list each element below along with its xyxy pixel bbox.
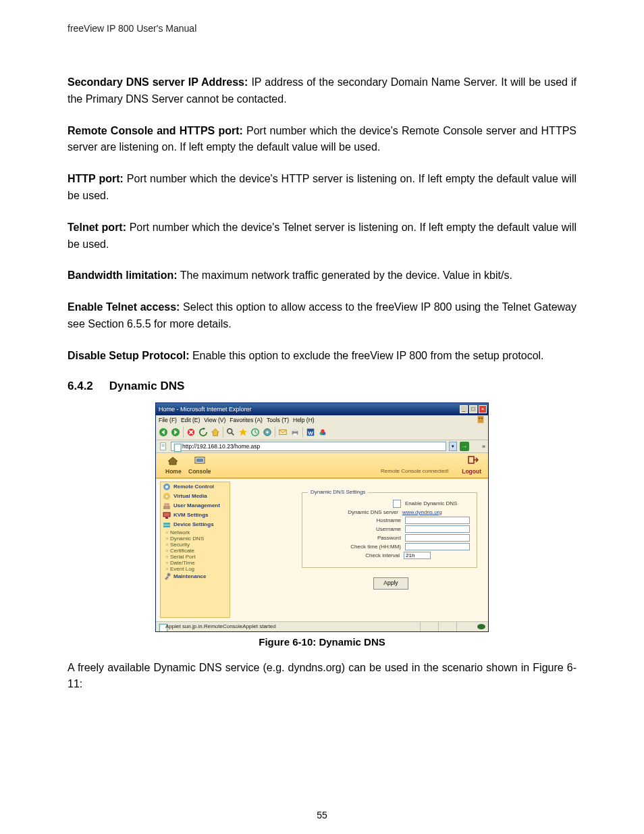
header-console-label[interactable]: Console [188,468,211,475]
sidebar-item-label: User Management [173,502,220,509]
svg-rect-36 [163,523,170,525]
home-header-icon[interactable] [167,456,179,465]
checkinterval-label: Check interval [327,552,400,558]
menu-tools[interactable]: Tools (T) [267,417,289,423]
address-dropdown[interactable]: ▾ [449,442,457,451]
kvm-settings-icon [163,511,171,519]
content-area: Dynamic DNS Settings Enable Dynamic DNS … [234,481,484,618]
window-title: Home - Microsoft Internet Explorer [159,406,252,413]
password-input[interactable] [405,534,470,542]
sidebar-item-remote-control[interactable]: Remote Control [161,482,230,492]
enable-ddns-label: Enable Dynamic DNS [405,500,470,506]
sidebar-sub-network[interactable]: ▫Network [161,529,230,536]
ddns-server-link[interactable]: www.dyndns.org [402,509,470,515]
refresh-icon[interactable] [198,427,208,437]
console-header-icon[interactable] [194,456,206,465]
def-rcport: Remote Console and HTTPS port: Port numb… [68,123,576,157]
mail-icon[interactable] [278,427,288,437]
applet-icon [159,623,165,630]
checktime-input[interactable] [405,543,470,550]
svg-point-10 [266,431,269,434]
svg-point-30 [166,495,168,497]
def-disablesetup: Disable Setup Protocol: Enable this opti… [68,348,576,365]
sidebar-sub-label: Security [170,542,190,548]
menu-edit[interactable]: Edit (E) [181,417,200,423]
figure-screenshot: Home - Microsoft Internet Explorer _ □ ×… [155,402,489,632]
menu-favorites[interactable]: Favorites (A) [230,417,263,423]
page-small-icon [173,443,180,450]
favorites-icon[interactable] [238,427,248,437]
go-button[interactable]: → [460,442,469,451]
sidebar-item-user-management[interactable]: User Management [161,501,230,511]
def-label: Remote Console and HTTPS port: [68,125,243,136]
dynamic-dns-fieldset: Dynamic DNS Settings Enable Dynamic DNS … [302,492,477,568]
address-text: http://192.168.10.23/home.asp [182,442,260,450]
sidebar-item-virtual-media[interactable]: Virtual Media [161,492,230,501]
menu-view[interactable]: View (V) [204,417,225,423]
media-icon[interactable] [263,427,272,437]
svg-point-6 [227,428,232,433]
menu-file[interactable]: File (F) [159,417,177,423]
sidebar-sub-security[interactable]: ▫Security [161,542,230,548]
maintenance-icon [163,573,171,581]
apply-button[interactable]: Apply [373,577,408,590]
window-close-button[interactable]: × [479,405,487,413]
header-home-label[interactable]: Home [165,468,182,475]
forward-icon[interactable] [171,427,180,437]
def-label: Secondary DNS server IP Address: [68,76,248,88]
address-bar: http://192.168.10.23/home.asp ▾ → » [156,440,488,453]
checkinterval-input[interactable] [404,552,431,559]
svg-point-28 [165,486,168,488]
sidebar-sub-dynamic-dns[interactable]: ▫Dynamic DNS [161,536,230,542]
menu-help[interactable]: Help (H) [293,417,315,423]
section-title: Dynamic DNS [109,380,184,392]
statusbar-text: Applet sun.jp.in.RemoteConsoleApplet sta… [165,623,276,629]
home-icon[interactable] [211,427,220,437]
fieldset-legend: Dynamic DNS Settings [308,489,368,495]
sidebar-item-maintenance[interactable]: Maintenance [161,572,230,581]
hostname-input[interactable] [405,517,470,524]
logout-icon[interactable] [468,456,479,465]
def-text: The maximum network traffic generated by… [178,269,512,281]
search-icon[interactable] [226,427,236,437]
msn-icon[interactable] [318,427,327,437]
enable-ddns-checkbox[interactable] [393,500,401,508]
svg-point-31 [164,503,167,506]
header-logout-label[interactable]: Logout [462,468,481,475]
svg-rect-21 [161,444,164,445]
address-input[interactable]: http://192.168.10.23/home.asp [171,442,446,451]
back-icon[interactable] [159,427,168,437]
def-label: Bandwidth limitation: [68,269,178,281]
sidebar-sub-event-log[interactable]: ▫Event Log [161,566,230,572]
def-text: Enable this option to exclude the freeVi… [189,350,543,361]
sidebar-item-device-settings[interactable]: Device Settings [161,520,230,529]
sidebar-sub-label: Network [170,529,190,536]
checktime-label: Check time (HH:MM) [328,544,401,550]
window-minimize-button[interactable]: _ [460,405,468,413]
sidebar-item-label: Remote Control [173,484,214,490]
svg-line-7 [232,432,234,435]
virtual-media-icon [163,492,171,500]
def-text: Port number which the device's HTTP serv… [68,173,576,201]
internet-zone-icon [477,624,485,629]
history-icon[interactable] [250,427,260,437]
hostname-label: Hostname [328,517,401,523]
menu-bar: File (F) Edit (E) View (V) Favorites (A)… [156,415,488,425]
sidebar-sub-serial-port[interactable]: ▫Serial Port [161,554,230,560]
word-icon[interactable]: W [306,427,315,437]
svg-rect-14 [293,433,296,435]
header-status-text: Remote Console connected! [381,468,449,474]
svg-rect-37 [163,525,170,527]
stop-icon[interactable] [186,427,196,437]
def-telnetacc: Enable Telnet access: Select this option… [68,299,576,333]
print-icon[interactable] [290,427,300,437]
svg-point-32 [167,503,169,506]
sidebar-sub-date-time[interactable]: ▫Date/Time [161,560,230,566]
svg-point-19 [321,429,324,432]
window-maximize-button[interactable]: □ [469,405,477,413]
sidebar-sub-label: Certificate [170,548,194,554]
def-telnetport: Telnet port: Port number which the devic… [68,219,576,253]
sidebar-sub-certificate[interactable]: ▫Certificate [161,548,230,554]
sidebar-item-kvm-settings[interactable]: KVM Settings [161,511,230,520]
username-input[interactable] [405,525,470,533]
